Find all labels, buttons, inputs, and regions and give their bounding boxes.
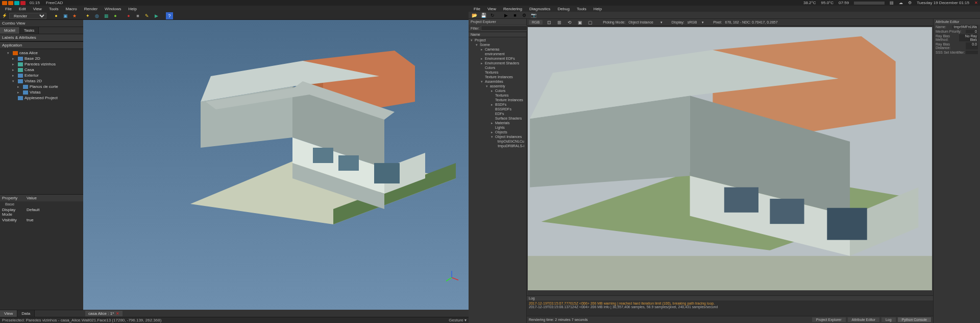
tool-whatsthis-icon[interactable]: ? [166, 12, 173, 19]
nav-style-selector[interactable]: Gesture ▾ [449, 318, 467, 322]
close-icon[interactable]: ✕ [974, 1, 978, 5]
attribute-row[interactable]: Ray Bias Method:No Ray Bias [934, 34, 980, 42]
tree-item[interactable]: ▸Paredes vizinhos [0, 61, 83, 67]
panel-toggle-attribute-editor[interactable]: Attribute Editor [848, 317, 879, 322]
close-icon[interactable]: ✕ [116, 311, 119, 316]
tree-item[interactable]: ▸Vistas [0, 89, 83, 95]
menu-diagnostics[interactable]: Diagnostics [526, 7, 553, 11]
menu-file[interactable]: File [2, 7, 15, 11]
zoom-actual-icon[interactable]: ⊞ [556, 19, 563, 26]
tree-item[interactable]: ▸Cameras [469, 47, 526, 52]
panel-toggle-log[interactable]: Log [881, 317, 896, 322]
tool-camera-icon[interactable]: ◎ [93, 12, 101, 19]
tool-render-icon[interactable]: ✦ [84, 12, 91, 19]
attribute-row[interactable]: Medium Priority:0 [934, 29, 980, 34]
project-tree[interactable]: ▾Project▾Scene▸Camerasenvironment▸Enviro… [469, 37, 526, 323]
tab-tasks[interactable]: Tasks [20, 27, 39, 34]
menu-help[interactable]: Help [126, 7, 140, 11]
tree-item[interactable]: ▸Casa [0, 67, 83, 73]
tree-item[interactable]: ▸Materials [469, 121, 526, 125]
tree-item[interactable]: ▾casa Alice [0, 50, 83, 56]
model-tree[interactable]: ▾casa Alice▸Base 2D▸Paredes vizinhos▸Cas… [0, 49, 83, 108]
tool-folder-icon[interactable]: ▣ [62, 12, 69, 19]
window-btn-icon[interactable] [2, 1, 7, 5]
tool-open-icon[interactable]: 📂 [471, 12, 478, 19]
menu-render[interactable]: Render [81, 7, 101, 11]
horizontal-scrollbar[interactable] [528, 291, 932, 295]
tree-item[interactable]: ▾Vistas 2D [0, 78, 83, 84]
attribute-row[interactable]: SSS Set Identifier: [934, 50, 980, 55]
zoom-fit-icon[interactable]: ⊡ [546, 19, 553, 26]
reset-zoom-icon[interactable]: ⟲ [566, 19, 573, 26]
tree-item[interactable]: ▸Base 2D [0, 56, 83, 61]
menu-help[interactable]: Help [591, 7, 605, 11]
tool-reload-icon[interactable]: ↻ [489, 12, 496, 19]
menu-edit[interactable]: Edit [16, 7, 29, 11]
tree-item[interactable]: Textures [469, 93, 526, 98]
tool-settings-icon[interactable]: ⚙ [521, 12, 528, 19]
tool-sphere-yellow-icon[interactable]: ● [53, 12, 60, 19]
tool-play-icon[interactable]: ▶ [153, 12, 160, 19]
tree-item[interactable]: Texture Instances [469, 98, 526, 102]
property-row[interactable]: Display ModeDefault [0, 207, 83, 217]
tray-icon[interactable]: ☁ [899, 1, 903, 5]
menu-macro[interactable]: Macro [63, 7, 80, 11]
tree-item[interactable]: Lights [469, 125, 526, 130]
tray-icon[interactable]: ⚙ [908, 1, 912, 5]
attribute-row[interactable]: Name:tmpr9MFnLWa [934, 25, 980, 29]
tree-item[interactable]: ▸Environment EDFs [469, 56, 526, 61]
tree-item[interactable]: BSSRDFs [469, 107, 526, 111]
tree-item[interactable]: Colors [469, 65, 526, 70]
tree-item[interactable]: environment [469, 52, 526, 56]
window-btn-icon[interactable] [14, 1, 19, 5]
clear-crop-icon[interactable]: ▢ [586, 19, 594, 26]
tool-star-icon[interactable]: ★ [71, 12, 78, 19]
panel-toggle-python-console[interactable]: Python Console [898, 317, 931, 322]
tool-image-icon[interactable]: ▦ [103, 12, 110, 19]
panel-toggle-project-explorer[interactable]: Project Explorer [812, 317, 846, 322]
crop-icon[interactable]: ▣ [576, 19, 583, 26]
property-row[interactable]: Visibilitytrue [0, 217, 83, 223]
tab-data[interactable]: Data [17, 310, 35, 317]
tree-item[interactable]: EDFs [469, 111, 526, 116]
window-btn-icon[interactable] [20, 1, 26, 5]
tool-sun-icon[interactable]: ● [112, 12, 119, 19]
log-body[interactable]: 2017-12-19T03:15:07.777615Z <006> 206 MB… [527, 301, 933, 316]
tree-item[interactable]: Texture Instances [469, 75, 526, 79]
tree-item[interactable]: Textures [469, 70, 526, 75]
tree-item[interactable]: ▸Colors [469, 88, 526, 93]
menu-rendering[interactable]: Rendering [500, 7, 525, 11]
tree-item[interactable]: ▸Planos de corte [0, 84, 83, 89]
tree-item[interactable]: ▾assembly [469, 84, 526, 88]
tree-item[interactable]: ▾Project [469, 38, 526, 42]
tool-render-start-icon[interactable]: ▶ [502, 12, 509, 19]
tab-model[interactable]: Model [0, 27, 20, 34]
tree-item[interactable]: tmpOsEbCNLCu [469, 139, 526, 144]
tool-record-icon[interactable]: ● [125, 12, 132, 19]
menu-windows[interactable]: Windows [102, 7, 124, 11]
3d-viewport[interactable] [83, 20, 469, 310]
tool-save-icon[interactable]: 💾 [480, 12, 487, 19]
tree-item[interactable]: Appleseed Project [0, 95, 83, 101]
menu-debug[interactable]: Debug [554, 7, 573, 11]
window-btn-icon[interactable] [8, 1, 13, 5]
tray-icon[interactable]: ▤ [890, 1, 894, 5]
tree-item[interactable]: ▾Assemblies [469, 79, 526, 84]
menu-view[interactable]: View [484, 7, 499, 11]
tree-item[interactable]: ▾Object Instances [469, 134, 526, 139]
tool-edit-icon[interactable]: ✎ [143, 12, 151, 19]
menu-tools[interactable]: Tools [574, 7, 590, 11]
menu-file[interactable]: File [471, 7, 483, 11]
tree-item[interactable]: ▸Exterior [0, 73, 83, 78]
menu-view[interactable]: View [30, 7, 45, 11]
workbench-selector[interactable]: Render [9, 13, 46, 19]
tab-view[interactable]: View [0, 310, 17, 317]
attribute-row[interactable]: Ray Bias Distance:0.0 [934, 42, 980, 50]
filter-input[interactable] [481, 26, 529, 31]
tree-item[interactable]: tmpoDR8RALS-i [469, 144, 526, 148]
tool-render-stop-icon[interactable]: ■ [511, 12, 519, 19]
picking-mode-value[interactable]: Object Instance [628, 20, 653, 24]
tree-item[interactable]: ▾Scene [469, 42, 526, 47]
menu-tools[interactable]: Tools [46, 7, 62, 11]
tree-item[interactable]: ▸Objects [469, 130, 526, 134]
